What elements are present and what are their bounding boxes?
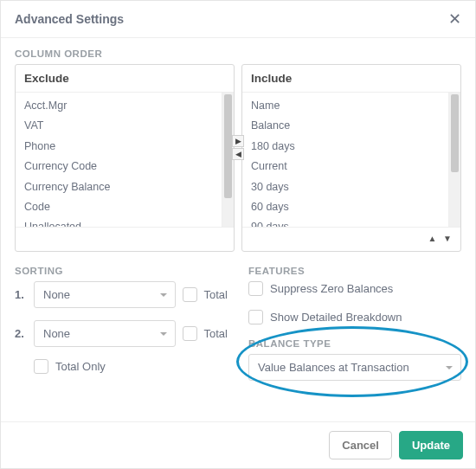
sort-row-2: 2. None Total [15,320,228,347]
suppress-zero-label: Suppress Zero Balances [270,282,393,295]
checkbox-box-icon [34,359,48,374]
checkbox-box-icon [183,326,197,341]
lower-row: SORTING 1. None Total 2. None Total [15,266,461,381]
exclude-items: Acct.Mgr VAT Phone Currency Code Currenc… [16,93,222,227]
list-item[interactable]: Phone [23,137,215,157]
update-button[interactable]: Update [399,431,463,459]
transfer-arrows: ▶ ◀ [232,135,244,160]
sort-1-select[interactable]: None [34,281,176,308]
detailed-breakdown-checkbox[interactable]: Show Detailed Breakdown [248,310,461,324]
sorting-label: SORTING [15,266,228,276]
features-label: FEATURES [248,266,461,276]
total-only-checkbox[interactable]: Total Only [34,359,228,374]
sort-1-total-checkbox[interactable]: Total [183,287,228,302]
sort-num-2: 2. [15,327,27,340]
move-left-icon[interactable]: ◀ [232,148,244,160]
list-item[interactable]: Currency Code [23,157,215,177]
balance-type-block: BALANCE TYPE Value Balances at Transacti… [248,338,461,381]
exclude-body: Acct.Mgr VAT Phone Currency Code Currenc… [16,93,234,227]
features-section: FEATURES Suppress Zero Balances Show Det… [248,266,461,381]
list-item[interactable]: Acct.Mgr [23,96,215,116]
close-icon[interactable]: ✕ [448,10,461,29]
sort-1-total-label: Total [204,288,228,301]
list-item[interactable]: Code [23,197,215,217]
include-listbox[interactable]: Include Name Balance 180 days Current 30… [241,64,461,252]
balance-type-value: Value Balances at Transaction [258,361,409,374]
checkbox-box-icon [248,310,263,324]
list-item[interactable]: 30 days [249,177,441,197]
sort-num-1: 1. [15,288,27,301]
sort-2-select[interactable]: None [34,320,176,347]
exclude-listbox[interactable]: Exclude Acct.Mgr VAT Phone Currency Code… [15,64,235,252]
exclude-header: Exclude [16,65,234,93]
list-item[interactable]: 90 days [249,217,441,227]
list-item[interactable]: 180 days [249,137,441,157]
list-item[interactable]: VAT [23,116,215,136]
move-down-icon[interactable]: ▼ [441,233,453,245]
column-order-label: COLUMN ORDER [15,48,461,59]
move-right-icon[interactable]: ▶ [232,135,244,147]
sort-2-total-checkbox[interactable]: Total [183,326,228,341]
list-item[interactable]: Name [249,96,441,116]
sort-row-1: 1. None Total [15,281,228,308]
list-item[interactable]: Unallocated [23,217,215,227]
scrollbar[interactable] [448,93,460,227]
list-item[interactable]: Currency Balance [23,177,215,197]
advanced-settings-modal: Advanced Settings ✕ COLUMN ORDER Exclude… [0,0,476,469]
exclude-footer [16,227,234,251]
include-items: Name Balance 180 days Current 30 days 60… [242,93,448,227]
balance-type-label: BALANCE TYPE [248,338,461,349]
sort-2-value: None [43,327,70,340]
modal-body: COLUMN ORDER Exclude Acct.Mgr VAT Phone … [1,38,475,421]
sort-2-total-label: Total [204,327,228,340]
column-order-row: Exclude Acct.Mgr VAT Phone Currency Code… [15,64,461,252]
detailed-breakdown-label: Show Detailed Breakdown [270,311,402,324]
modal-title: Advanced Settings [15,12,124,26]
list-item[interactable]: 60 days [249,197,441,217]
include-footer: ▲ ▼ [242,227,460,251]
include-header: Include [242,65,460,93]
list-item[interactable]: Balance [249,116,441,136]
balance-type-select[interactable]: Value Balances at Transaction [248,354,461,381]
total-only-label: Total Only [55,360,106,373]
include-body: Name Balance 180 days Current 30 days 60… [242,93,460,227]
checkbox-box-icon [248,281,263,296]
sort-1-value: None [43,288,70,301]
modal-header: Advanced Settings ✕ [1,1,475,38]
cancel-button[interactable]: Cancel [329,431,392,459]
suppress-zero-checkbox[interactable]: Suppress Zero Balances [248,281,461,296]
checkbox-box-icon [183,287,197,302]
sorting-section: SORTING 1. None Total 2. None Total [15,266,228,381]
list-item[interactable]: Current [249,157,441,177]
move-up-icon[interactable]: ▲ [426,233,438,245]
modal-footer: Cancel Update [1,421,475,468]
